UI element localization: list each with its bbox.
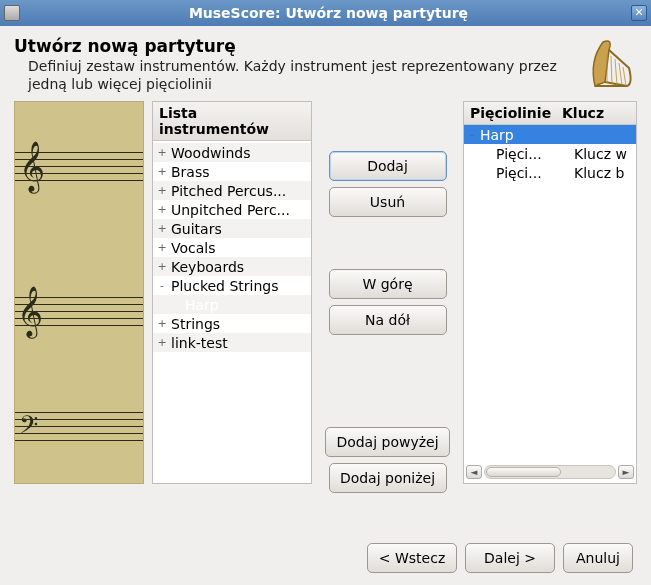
instrument-tree-row[interactable]: -Plucked Strings <box>153 276 311 295</box>
instrument-label: Keyboards <box>171 259 244 275</box>
next-button[interactable]: Dalej > <box>465 543 555 573</box>
window-title: MuseScore: Utwórz nową partyturę <box>26 5 631 21</box>
staves-tree[interactable]: -HarpPięci...Klucz wPięci...Klucz b <box>464 125 636 461</box>
expand-toggle-icon[interactable]: - <box>467 128 477 141</box>
stave-name: Pięci... <box>496 146 574 162</box>
move-down-button[interactable]: Na dół <box>329 305 447 335</box>
move-up-button[interactable]: W górę <box>329 269 447 299</box>
instrument-label: link-test <box>171 335 228 351</box>
close-icon[interactable]: ✕ <box>631 5 647 21</box>
instrument-tree-row[interactable]: +Strings <box>153 314 311 333</box>
add-below-button[interactable]: Dodaj poniżej <box>329 463 447 493</box>
instrument-label: Harp <box>185 297 219 313</box>
expand-toggle-icon[interactable]: + <box>157 241 167 254</box>
instrument-label: Guitars <box>171 221 222 237</box>
scroll-right-icon[interactable]: ► <box>618 465 634 479</box>
instrument-tree-row[interactable]: +Keyboards <box>153 257 311 276</box>
harp-icon <box>583 36 637 90</box>
staves-tree-row[interactable]: -Harp <box>464 125 636 144</box>
instrument-list-header: Lista instrumentów <box>159 105 305 137</box>
instrument-list-panel: Lista instrumentów +Woodwinds+Brass+Pitc… <box>152 101 312 484</box>
instrument-label: Pitched Percus... <box>171 183 286 199</box>
scroll-left-icon[interactable]: ◄ <box>466 465 482 479</box>
expand-toggle-icon[interactable]: - <box>157 279 167 292</box>
clef-name: Klucz b <box>574 165 624 181</box>
page-title: Utwórz nową partyturę <box>14 36 583 56</box>
staves-tree-row[interactable]: Pięci...Klucz w <box>464 144 636 163</box>
instrument-label: Brass <box>171 164 210 180</box>
stave-name: Pięci... <box>496 165 574 181</box>
staves-col-header[interactable]: Pięciolinie <box>470 105 562 121</box>
stave-name: Harp <box>480 127 558 143</box>
page-subtitle: Definiuj zestaw instrumentów. Każdy inst… <box>28 58 583 93</box>
clef-col-header[interactable]: Klucz <box>562 105 604 121</box>
expand-toggle-icon[interactable]: + <box>157 222 167 235</box>
staves-panel: Pięciolinie Klucz -HarpPięci...Klucz wPi… <box>463 101 637 484</box>
instrument-label: Plucked Strings <box>171 278 279 294</box>
cancel-button[interactable]: Anuluj <box>563 543 633 573</box>
expand-toggle-icon[interactable]: + <box>157 165 167 178</box>
window-app-icon <box>4 5 20 21</box>
expand-toggle-icon[interactable]: + <box>157 317 167 330</box>
expand-toggle-icon[interactable]: + <box>157 336 167 349</box>
instrument-tree-row[interactable]: +Woodwinds <box>153 143 311 162</box>
add-button[interactable]: Dodaj <box>329 151 447 181</box>
instrument-label: Vocals <box>171 240 216 256</box>
expand-toggle-icon[interactable]: + <box>157 260 167 273</box>
clef-name: Klucz w <box>574 146 627 162</box>
add-above-button[interactable]: Dodaj powyżej <box>325 427 449 457</box>
svg-line-2 <box>615 59 617 85</box>
back-button[interactable]: < Wstecz <box>367 543 457 573</box>
instrument-tree-row[interactable]: Harp <box>153 295 311 314</box>
instrument-tree[interactable]: +Woodwinds+Brass+Pitched Percus...+Unpit… <box>153 141 311 483</box>
remove-button[interactable]: Usuń <box>329 187 447 217</box>
svg-line-3 <box>619 63 622 85</box>
expand-toggle-icon[interactable]: + <box>157 146 167 159</box>
staves-tree-row[interactable]: Pięci...Klucz b <box>464 163 636 182</box>
instrument-tree-row[interactable]: +Unpitched Perc... <box>153 200 311 219</box>
wizard-side-image: 𝄞 𝄞 𝄢 <box>14 101 144 484</box>
svg-line-4 <box>623 67 626 86</box>
horizontal-scrollbar[interactable]: ◄ ► <box>464 461 636 483</box>
instrument-tree-row[interactable]: +Pitched Percus... <box>153 181 311 200</box>
titlebar: MuseScore: Utwórz nową partyturę ✕ <box>0 0 651 26</box>
instrument-tree-row[interactable]: +Brass <box>153 162 311 181</box>
expand-toggle-icon[interactable]: + <box>157 184 167 197</box>
instrument-tree-row[interactable]: +Guitars <box>153 219 311 238</box>
instrument-tree-row[interactable]: +Vocals <box>153 238 311 257</box>
svg-line-1 <box>611 56 612 84</box>
instrument-label: Woodwinds <box>171 145 250 161</box>
instrument-label: Unpitched Perc... <box>171 202 290 218</box>
instrument-label: Strings <box>171 316 220 332</box>
instrument-tree-row[interactable]: +link-test <box>153 333 311 352</box>
expand-toggle-icon[interactable]: + <box>157 203 167 216</box>
